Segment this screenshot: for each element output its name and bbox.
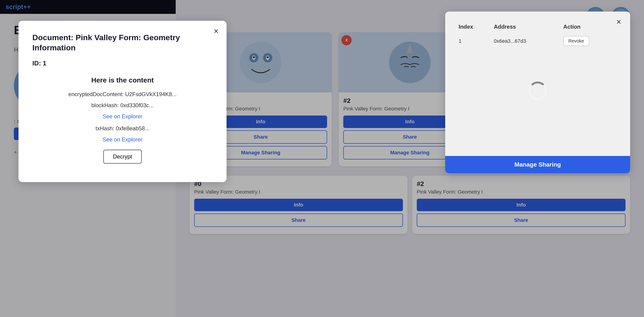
sharing-table-row: 1 0x6ea3...67d3 Revoke	[457, 33, 618, 49]
document-modal-close[interactable]: ×	[210, 25, 222, 37]
loading-spinner-container	[457, 56, 618, 125]
block-hash-field: blockHash: 0xd330f03c...	[32, 102, 213, 109]
sharing-table-header-action: Action	[562, 21, 618, 33]
see-on-explorer-link-1[interactable]: See on Explorer	[32, 113, 213, 120]
loading-spinner	[528, 81, 547, 100]
manage-sharing-bar-button[interactable]: Manage Sharing	[445, 156, 630, 173]
decrypt-button[interactable]: Decrypt	[103, 150, 142, 164]
sharing-table: Index Address Action 1 0x6ea3...67d3 Rev…	[457, 21, 618, 49]
sharing-table-header-index: Index	[457, 21, 492, 33]
sharing-table-header-address: Address	[492, 21, 562, 33]
sharing-row-address: 0x6ea3...67d3	[492, 33, 562, 49]
document-modal: × Document: Pink Valley Form: Geometry I…	[18, 21, 226, 182]
document-modal-title: Document: Pink Valley Form: Geometry Inf…	[32, 32, 213, 53]
see-on-explorer-link-2[interactable]: See on Explorer	[32, 136, 213, 143]
sharing-modal-close[interactable]: ×	[613, 16, 624, 28]
document-modal-id: ID: 1	[32, 60, 213, 67]
document-content-heading: Here is the content	[32, 76, 213, 84]
sharing-modal: × Index Address Action 1 0x6ea3...67d3 R…	[445, 11, 630, 173]
revoke-button[interactable]: Revoke	[563, 36, 589, 46]
encrypted-content-field: encryptedDocContent: U2FsdGVkX194K8...	[32, 91, 213, 97]
tx-hash-field: txHash: 0xfe8eab58...	[32, 125, 213, 132]
sharing-row-index: 1	[457, 33, 492, 49]
